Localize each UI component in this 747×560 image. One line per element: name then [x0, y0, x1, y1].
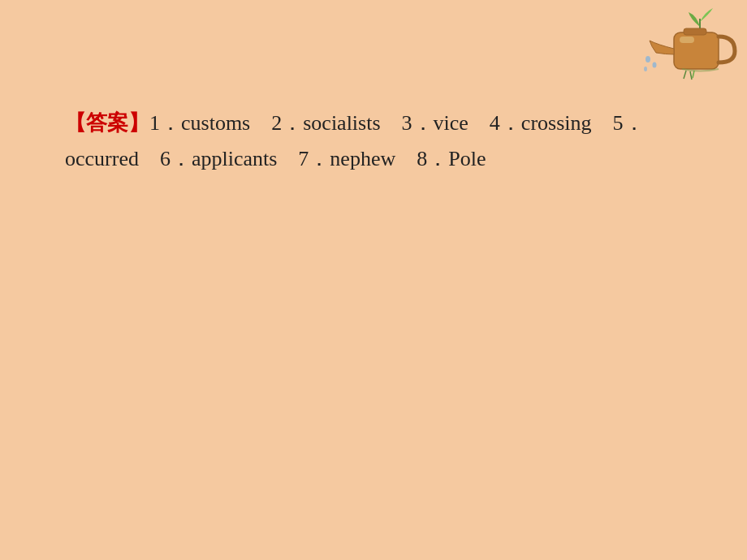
svg-rect-6: [684, 28, 706, 35]
svg-line-7: [684, 71, 686, 79]
svg-point-3: [646, 56, 650, 62]
watering-can-decoration: [641, 4, 739, 93]
content-area: 【答案】1．customs 2．socialists 3．vice 4．cros…: [65, 106, 682, 177]
answer-paragraph: 【答案】1．customs 2．socialists 3．vice 4．cros…: [65, 106, 682, 177]
svg-point-4: [653, 62, 657, 68]
svg-rect-2: [680, 37, 694, 43]
svg-line-9: [693, 71, 694, 78]
svg-point-5: [644, 67, 647, 71]
answer-text: 1．customs 2．socialists 3．vice 4．crossing…: [65, 111, 645, 170]
answer-label: 【答案】: [65, 111, 149, 135]
svg-line-8: [690, 71, 692, 80]
